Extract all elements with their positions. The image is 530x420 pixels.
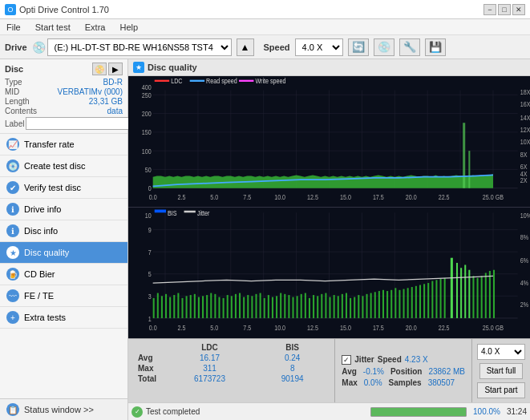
action-buttons-panel: 4.0 X Start full Start part	[471, 339, 530, 402]
svg-rect-104	[198, 297, 200, 318]
position-label: Position	[390, 367, 422, 376]
svg-rect-152	[394, 288, 396, 318]
disc-icon-2[interactable]: ▶	[108, 63, 123, 75]
total-label: Total	[135, 374, 163, 384]
sidebar-item-verify-test-disc[interactable]: ✔ Verify test disc	[0, 177, 127, 199]
svg-rect-168	[464, 265, 466, 317]
minimize-button[interactable]: −	[483, 4, 496, 15]
progress-bar	[370, 407, 467, 417]
nav-label-fe-te: FE / TE	[24, 291, 54, 301]
speed-dropdown[interactable]: 4.0 X	[477, 344, 525, 360]
sidebar-item-transfer-rate[interactable]: 📈 Transfer rate	[0, 134, 127, 155]
status-window-button[interactable]: 📋 Status window >>	[0, 399, 127, 420]
start-part-button[interactable]: Start part	[477, 382, 524, 398]
sidebar-item-fe-te[interactable]: 〰 FE / TE	[0, 285, 127, 307]
svg-text:Jitter: Jitter	[197, 209, 210, 217]
drive-label: Drive	[5, 42, 27, 52]
svg-rect-121	[268, 295, 269, 318]
svg-rect-95	[161, 296, 163, 318]
svg-rect-143	[358, 295, 359, 318]
svg-rect-172	[481, 276, 483, 318]
svg-rect-96	[165, 294, 167, 318]
svg-rect-112	[231, 296, 233, 318]
avg-bis: 0.24	[257, 353, 328, 363]
total-bis: 90194	[257, 374, 328, 384]
svg-rect-167	[460, 268, 462, 318]
speed-select[interactable]: 4.0 X	[295, 38, 343, 56]
svg-rect-144	[362, 296, 363, 318]
drivebar: Drive 💿 (E:) HL-DT-ST BD-RE WH16NS58 TST…	[0, 35, 530, 59]
refresh-button[interactable]: 🔄	[348, 38, 369, 56]
sidebar-item-drive-info[interactable]: ℹ Drive info	[0, 199, 127, 220]
disc-button[interactable]: 💿	[374, 38, 394, 56]
svg-rect-47	[468, 151, 470, 188]
save-button[interactable]: 💾	[425, 38, 446, 56]
start-full-button[interactable]: Start full	[479, 363, 524, 379]
svg-rect-173	[485, 273, 487, 318]
samples-label: Samples	[389, 378, 422, 387]
sidebar-item-disc-info[interactable]: ℹ Disc info	[0, 220, 127, 242]
svg-rect-119	[260, 293, 261, 318]
svg-text:50: 50	[145, 166, 152, 174]
window-title: Opti Drive Control 1.70	[19, 5, 109, 14]
max-ldc: 311	[163, 363, 257, 374]
svg-text:6%: 6%	[520, 256, 528, 265]
svg-rect-105	[202, 296, 204, 318]
menu-start-test[interactable]: Start test	[32, 22, 74, 32]
svg-rect-171	[477, 278, 479, 318]
label-input[interactable]	[26, 117, 132, 130]
svg-rect-140	[346, 293, 347, 318]
drive-icon: 💿	[32, 41, 46, 54]
svg-text:18X: 18X	[520, 89, 530, 97]
eject-button[interactable]: ▲	[237, 38, 254, 56]
svg-rect-154	[403, 289, 405, 318]
svg-text:20.0: 20.0	[406, 193, 417, 201]
svg-rect-127	[292, 297, 293, 318]
sidebar-item-create-test-disc[interactable]: 💿 Create test disc	[0, 155, 127, 177]
type-val: BD-R	[103, 78, 123, 87]
titlebar-left: O Opti Drive Control 1.70	[5, 4, 109, 15]
svg-rect-166	[456, 263, 458, 318]
status-message: Test completed	[146, 407, 367, 416]
svg-rect-161	[431, 281, 433, 318]
disc-icon-1[interactable]: 📀	[92, 63, 107, 75]
menu-help[interactable]: Help	[116, 22, 141, 32]
menu-extra[interactable]: Extra	[82, 22, 109, 32]
svg-rect-155	[407, 288, 409, 318]
svg-text:3: 3	[148, 293, 152, 301]
window-controls[interactable]: − □ ✕	[483, 4, 525, 15]
drive-select[interactable]: (E:) HL-DT-ST BD-RE WH16NS58 TST4	[47, 38, 232, 56]
length-key: Length	[5, 97, 30, 106]
svg-text:10.0: 10.0	[274, 193, 285, 201]
svg-text:7: 7	[148, 248, 152, 256]
col-header-bis: BIS	[257, 342, 328, 353]
close-button[interactable]: ✕	[512, 4, 525, 15]
transfer-rate-icon: 📈	[6, 138, 19, 151]
status-ok-icon: ✓	[131, 406, 143, 418]
contents-key: Contents	[5, 107, 37, 115]
svg-rect-116	[247, 295, 249, 318]
stats-table: LDC BIS Avg 16.17 0.24 Max 311	[128, 339, 334, 402]
sidebar-item-extra-tests[interactable]: + Extra tests	[0, 307, 127, 329]
svg-rect-131	[309, 298, 310, 318]
disc-length-row: Length 23,31 GB	[5, 97, 123, 106]
max-jitter-row: Max 0.0% Samples 380507	[342, 378, 465, 387]
disc-quality-header: ★ Disc quality	[128, 59, 530, 76]
position-val: 23862 MB	[428, 367, 465, 376]
svg-rect-93	[153, 298, 155, 318]
contents-val: data	[107, 107, 123, 115]
maximize-button[interactable]: □	[498, 4, 511, 15]
svg-rect-141	[350, 298, 351, 318]
svg-rect-115	[243, 297, 245, 318]
svg-rect-109	[218, 297, 220, 318]
svg-rect-158	[419, 285, 421, 318]
svg-text:12X: 12X	[520, 126, 530, 134]
svg-text:8%: 8%	[520, 233, 528, 241]
settings-button[interactable]: 🔧	[399, 38, 420, 56]
svg-rect-153	[399, 290, 400, 318]
menu-file[interactable]: File	[3, 22, 24, 32]
sidebar-item-disc-quality[interactable]: ★ Disc quality	[0, 242, 127, 264]
sidebar-item-cd-bier[interactable]: 🍺 CD Bier	[0, 264, 127, 285]
jitter-checkbox[interactable]: ✓	[342, 355, 351, 365]
svg-text:20.0: 20.0	[406, 324, 417, 332]
